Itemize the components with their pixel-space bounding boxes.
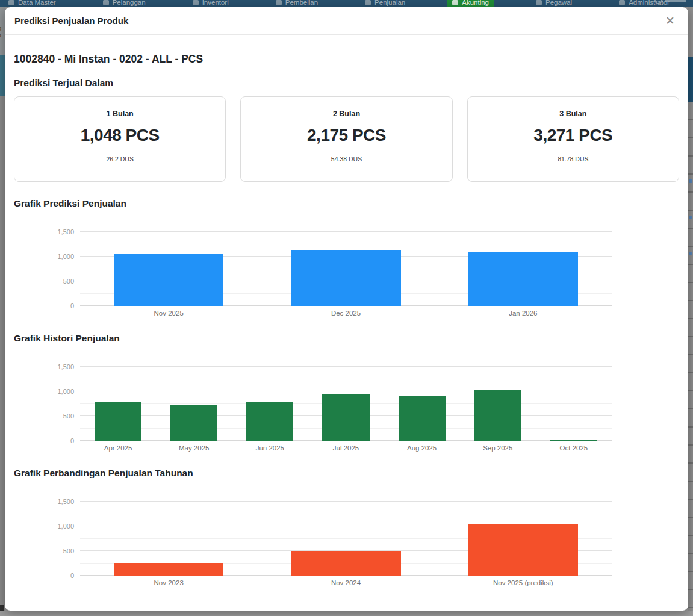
brand-logo (654, 0, 686, 4)
card-period: 2 Bulan (333, 110, 360, 118)
edge-text-fragment: g (0, 25, 1, 31)
x-category-label: Jan 2026 (435, 310, 612, 317)
nav-item-data-master[interactable]: Data Master (4, 0, 61, 7)
chart-y-axis: 05001,0001,500 (14, 502, 80, 576)
nav-item-label: Penjualan (374, 0, 405, 6)
prediction-section-title: Prediksi Terjual Dalam (14, 78, 679, 89)
bar (114, 254, 223, 306)
bar (468, 252, 578, 306)
bar-slot (80, 232, 257, 306)
purchase-icon (276, 0, 282, 5)
bar-slot (536, 367, 612, 441)
x-category-label: May 2025 (156, 444, 232, 452)
edge-text-fragment: a (0, 33, 1, 39)
nav-item-label: Data Master (18, 0, 56, 6)
bar (246, 402, 293, 441)
chart-x-labels: Nov 2023Nov 2024Nov 2025 (prediksi) (80, 579, 612, 586)
bar-slot (435, 232, 612, 306)
employee-icon (536, 0, 542, 5)
bar-slot (460, 367, 536, 441)
chart-plot (80, 367, 612, 441)
chart-bars (80, 232, 612, 306)
x-category-label: Nov 2025 (80, 310, 257, 317)
x-category-label: Nov 2024 (257, 579, 434, 586)
card-sub-value: 54.38 DUS (331, 155, 362, 163)
card-value: 2,175 PCS (307, 126, 386, 145)
card-value: 3,271 PCS (533, 126, 612, 145)
history-chart: 05001,0001,500Apr 2025May 2025Jun 2025Ju… (14, 367, 612, 452)
x-category-label: Jun 2025 (232, 444, 308, 452)
chart-plot (80, 502, 612, 576)
nav-item-pegawai[interactable]: Pegawai (531, 0, 577, 7)
bar-slot (435, 502, 612, 576)
modal-header: Prediksi Penjualan Produk ✕ (5, 7, 688, 35)
card-sub-value: 81.78 DUS (558, 155, 588, 163)
chart-y-axis: 05001,0001,500 (14, 232, 80, 306)
yearly-comparison-chart: 05001,0001,500Nov 2023Nov 2024Nov 2025 (… (14, 502, 612, 586)
prediction-cards: 1 Bulan 1,048 PCS 26.2 DUS 2 Bulan 2,175… (14, 96, 679, 182)
close-icon[interactable]: ✕ (662, 14, 679, 28)
prediction-card-1-bulan: 1 Bulan 1,048 PCS 26.2 DUS (14, 96, 226, 182)
y-tick-label: 0 (70, 302, 74, 310)
x-category-label: Sep 2025 (460, 444, 536, 452)
x-category-label: Oct 2025 (536, 444, 612, 452)
card-value: 1,048 PCS (81, 126, 160, 145)
admin-icon (619, 0, 625, 5)
bar-slot (384, 367, 460, 441)
nav-item-pelanggan[interactable]: Pelanggan (98, 0, 151, 7)
brand-ring-icon (654, 0, 662, 4)
top-navbar: Data MasterPelangganInventoriPembelianPe… (0, 0, 693, 7)
bar (399, 396, 446, 441)
chart-plot-area: Nov 2023Nov 2024Nov 2025 (prediksi) (80, 502, 612, 586)
y-tick-label: 0 (70, 437, 74, 444)
bar-slot (308, 367, 384, 441)
card-period: 3 Bulan (559, 110, 586, 118)
bar (474, 390, 521, 441)
background-left-edge: g a (0, 7, 5, 611)
nav-item-pembelian[interactable]: Pembelian (271, 0, 323, 7)
x-category-label: Aug 2025 (384, 444, 460, 452)
nav-item-inventori[interactable]: Inventori (188, 0, 234, 7)
bar (114, 563, 223, 576)
bar (291, 250, 400, 306)
y-tick-label: 500 (63, 412, 74, 420)
row-icon (689, 252, 692, 255)
nav-item-label: Pegawai (545, 0, 572, 6)
bar-slot (80, 502, 257, 576)
nav-item-penjualan[interactable]: Penjualan (360, 0, 410, 7)
nav-item-label: Akunting (462, 0, 489, 6)
y-tick-label: 1,500 (57, 228, 74, 235)
bar-slot (80, 367, 156, 441)
nav-item-label: Pembelian (285, 0, 318, 6)
background-table-edge (688, 102, 693, 611)
background-content (0, 96, 5, 611)
prediction-card-3-bulan: 3 Bulan 3,271 PCS 81.78 DUS (467, 96, 679, 182)
card-period: 1 Bulan (107, 110, 134, 118)
y-tick-label: 500 (63, 547, 74, 555)
card-sub-value: 26.2 DUS (106, 155, 134, 163)
y-tick-label: 1,500 (57, 498, 74, 505)
chart-plot (80, 232, 612, 306)
bar (95, 402, 141, 441)
bar-slot (257, 502, 434, 576)
x-category-label: Dec 2025 (257, 310, 434, 317)
brand-wordmark (665, 0, 686, 2)
prediction-card-2-bulan: 2 Bulan 2,175 PCS 54.38 DUS (240, 96, 452, 182)
nav-item-label: Inventori (202, 0, 229, 6)
y-tick-label: 500 (63, 278, 74, 285)
background-panel (688, 57, 693, 102)
history-chart-title: Grafik Histori Penjualan (14, 333, 679, 344)
prediction-chart: 05001,0001,500Nov 2025Dec 2025Jan 2026 (14, 232, 612, 317)
x-category-label: Nov 2023 (80, 579, 257, 586)
master-icon (8, 0, 14, 5)
prediction-chart-title: Grafik Prediksi Penjualan (14, 198, 679, 209)
row-icon (689, 216, 692, 219)
background-right-edge (688, 7, 693, 611)
background-bottom-edge (0, 611, 693, 616)
nav-item-akunting[interactable]: Akunting (447, 0, 494, 7)
bar (468, 524, 578, 576)
bar (550, 440, 597, 441)
bar-slot (232, 367, 308, 441)
inventory-icon (193, 0, 199, 5)
modal-title: Prediksi Penjualan Produk (14, 16, 128, 26)
